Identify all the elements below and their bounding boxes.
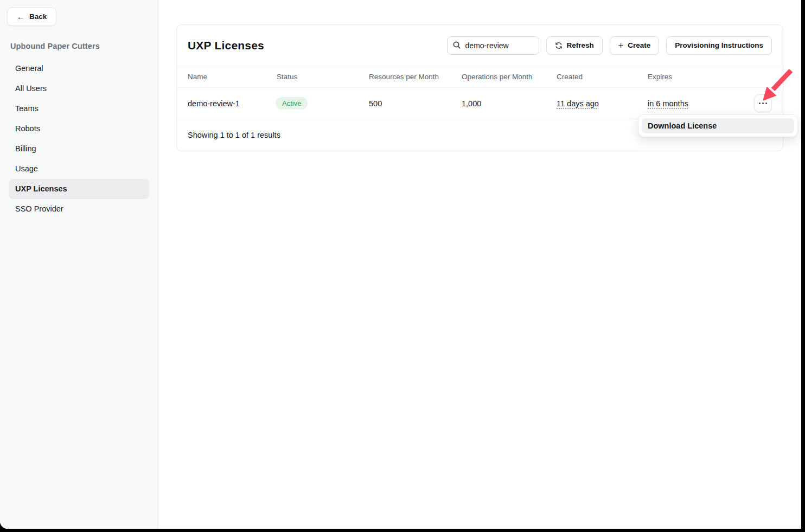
column-header-operations: Operations per Month [462, 73, 557, 81]
plus-icon: + [618, 41, 623, 50]
sidebar-item-teams[interactable]: Teams [9, 99, 149, 119]
column-header-status: Status [277, 73, 369, 81]
main-content: UXP Licenses [158, 0, 801, 529]
ellipsis-icon [759, 102, 761, 104]
card-header: UXP Licenses [177, 25, 783, 66]
refresh-button-label: Refresh [567, 41, 594, 49]
back-button-label: Back [29, 12, 47, 21]
cell-operations: 1,000 [462, 99, 557, 108]
table-header-row: Name Status Resources per Month Operatio… [177, 66, 783, 88]
row-actions-dropdown: Download License [638, 115, 797, 137]
back-button[interactable]: ← Back [7, 7, 56, 26]
created-relative-time: 11 days ago [557, 99, 599, 108]
sidebar-item-sso-provider[interactable]: SSO Provider [9, 199, 149, 219]
refresh-icon [555, 42, 563, 49]
create-button[interactable]: + Create [610, 36, 659, 55]
cell-created: 11 days ago [557, 99, 648, 108]
column-header-expires: Expires [648, 73, 754, 81]
search-wrap [447, 36, 539, 55]
column-header-name: Name [188, 73, 277, 81]
download-license-menu-item[interactable]: Download License [642, 118, 794, 133]
sidebar-item-uxp-licenses[interactable]: UXP Licenses [9, 179, 149, 199]
cell-status: Active [276, 97, 369, 110]
app-window: ← Back Upbound Paper Cutters General All… [0, 0, 801, 529]
cell-name: demo-review-1 [188, 99, 277, 108]
sidebar-nav: General All Users Teams Robots Billing U… [0, 59, 158, 219]
sidebar-item-robots[interactable]: Robots [9, 119, 149, 139]
cell-actions [754, 94, 772, 112]
back-arrow-icon: ← [17, 12, 24, 21]
provisioning-instructions-label: Provisioning Instructions [675, 41, 763, 49]
search-icon [452, 41, 461, 49]
settings-sidebar: ← Back Upbound Paper Cutters General All… [0, 0, 158, 529]
toolbar: Refresh + Create Provisioning Instructio… [447, 36, 772, 55]
create-button-label: Create [628, 41, 650, 49]
provisioning-instructions-button[interactable]: Provisioning Instructions [666, 36, 772, 55]
org-name: Upbound Paper Cutters [10, 42, 158, 50]
column-header-created: Created [557, 73, 648, 81]
cell-resources: 500 [369, 99, 462, 108]
sidebar-item-general[interactable]: General [9, 59, 149, 79]
column-header-resources: Resources per Month [369, 73, 462, 81]
row-actions-menu-button[interactable] [754, 94, 772, 112]
refresh-button[interactable]: Refresh [546, 36, 603, 55]
sidebar-item-usage[interactable]: Usage [9, 159, 149, 179]
sidebar-item-all-users[interactable]: All Users [9, 79, 149, 99]
cell-expires: in 6 months [648, 99, 754, 108]
sidebar-item-billing[interactable]: Billing [9, 139, 149, 159]
page-title: UXP Licenses [188, 39, 264, 52]
status-badge: Active [276, 97, 308, 110]
expires-relative-time: in 6 months [648, 99, 688, 108]
